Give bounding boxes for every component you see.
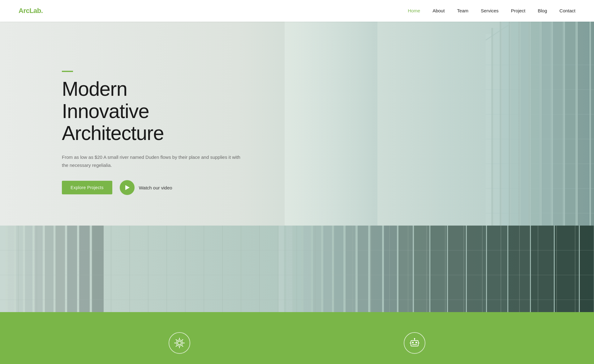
nav-link-about[interactable]: About [433,8,445,13]
svg-rect-23 [589,22,591,226]
svg-rect-57 [414,226,429,312]
svg-rect-54 [370,226,382,312]
nav-item-blog[interactable]: Blog [538,8,547,14]
hero-description: From as low as $20 A small river named D… [62,153,241,169]
svg-rect-48 [303,226,311,312]
svg-rect-65 [580,226,594,312]
bottom-image-section [0,226,594,312]
svg-rect-36 [8,226,14,312]
svg-point-69 [178,341,181,345]
svg-rect-4 [511,22,518,226]
svg-rect-62 [508,226,530,312]
svg-rect-3 [502,22,509,226]
svg-rect-58 [430,226,447,312]
svg-rect-34 [0,226,594,312]
svg-rect-52 [346,226,355,312]
svg-rect-19 [539,22,541,226]
svg-rect-44 [92,226,104,312]
footer-strip [0,312,594,364]
svg-rect-1 [486,34,491,226]
svg-rect-11 [591,22,594,226]
svg-rect-6 [531,22,539,226]
svg-rect-9 [565,22,575,226]
video-label: Watch our video [139,185,172,190]
svg-rect-45 [278,226,284,312]
nav-link-home[interactable]: Home [408,8,420,13]
hero-section: Modern Innovative Architecture From as l… [0,22,594,226]
nav-link-blog[interactable]: Blog [538,8,547,13]
nav-item-project[interactable]: Project [511,8,526,14]
svg-rect-38 [25,226,32,312]
play-button-circle[interactable] [120,180,135,195]
svg-rect-43 [79,226,90,312]
explore-projects-button[interactable]: Explore Projects [62,181,112,194]
svg-rect-55 [384,226,397,312]
nav-link-project[interactable]: Project [511,8,526,13]
svg-rect-72 [412,342,414,343]
svg-rect-61 [487,226,507,312]
play-icon [125,185,130,190]
hero-accent-line [62,71,73,72]
svg-rect-50 [323,226,332,312]
nav-links: Home About Team Services Project Blog Co… [408,8,575,14]
svg-rect-51 [334,226,343,312]
hero-title: Modern Innovative Architecture [62,78,241,145]
svg-rect-16 [509,22,510,226]
svg-rect-59 [448,226,466,312]
navbar: ArcLab. Home About Team Services Project… [0,0,594,22]
logo-dot: . [41,7,43,15]
svg-rect-47 [295,226,301,312]
watch-video-button[interactable]: Watch our video [120,180,172,195]
svg-rect-49 [313,226,321,312]
svg-rect-18 [528,22,530,226]
svg-rect-15 [500,22,501,226]
nav-item-team[interactable]: Team [457,8,468,14]
svg-rect-46 [286,226,292,312]
svg-rect-2 [493,28,500,226]
svg-point-76 [414,338,415,339]
svg-rect-21 [563,22,565,226]
svg-rect-5 [520,22,528,226]
nav-item-about[interactable]: About [433,8,445,14]
svg-rect-40 [45,226,54,312]
svg-rect-73 [415,342,417,343]
footer-icon-item-2 [404,332,425,354]
logo[interactable]: ArcLab. [19,7,43,15]
footer-icon-item-1 [169,332,190,354]
svg-rect-71 [411,341,418,346]
svg-rect-8 [553,22,563,226]
nav-link-contact[interactable]: Contact [559,8,575,13]
svg-rect-14 [491,28,493,226]
svg-rect-37 [16,226,23,312]
svg-rect-53 [358,226,368,312]
svg-rect-63 [531,226,554,312]
svg-rect-41 [56,226,65,312]
svg-rect-35 [0,226,6,312]
bottom-architecture-svg [0,226,594,312]
nav-item-services[interactable]: Services [481,8,499,14]
svg-rect-10 [578,22,589,226]
nav-link-team[interactable]: Team [457,8,468,13]
svg-rect-42 [67,226,77,312]
svg-rect-7 [541,22,551,226]
hero-title-line2: Innovative [62,100,149,122]
svg-rect-17 [518,22,520,226]
footer-icon-circle-1 [169,332,190,354]
nav-item-contact[interactable]: Contact [559,8,575,14]
svg-rect-60 [467,226,486,312]
svg-rect-22 [575,22,577,226]
hero-actions: Explore Projects Watch our video [62,180,241,195]
logo-text: ArcLab [19,7,41,15]
nav-link-services[interactable]: Services [481,8,499,13]
svg-rect-39 [35,226,43,312]
nav-item-home[interactable]: Home [408,8,420,14]
hero-content: Modern Innovative Architecture From as l… [0,52,241,195]
robot-icon [408,337,421,349]
hero-background-svg [285,22,594,226]
svg-rect-56 [398,226,413,312]
hero-title-line1: Modern [62,78,127,100]
svg-rect-64 [555,226,579,312]
hero-title-line3: Architecture [62,122,164,144]
svg-rect-33 [285,22,377,226]
svg-rect-20 [551,22,553,226]
